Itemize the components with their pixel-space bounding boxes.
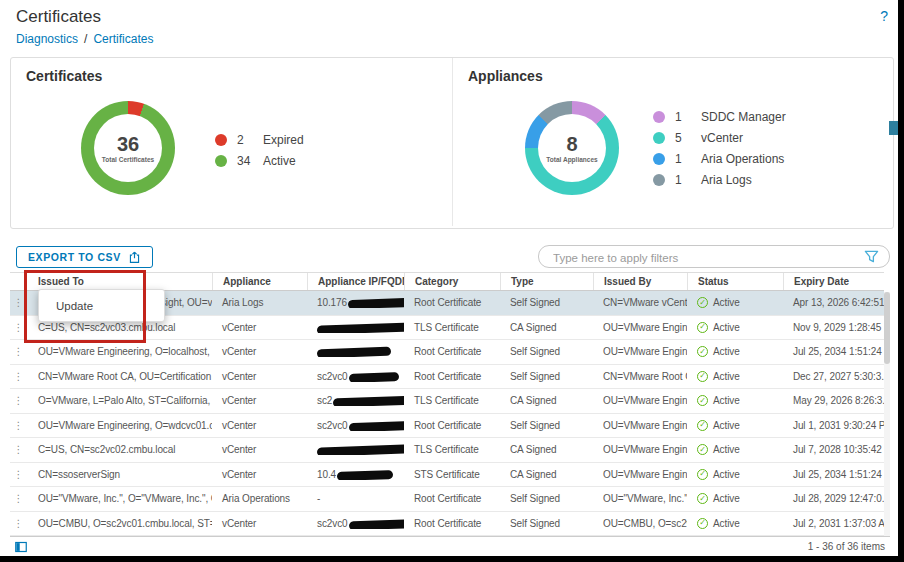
- scrollbar-thumb[interactable]: [884, 292, 890, 364]
- column-header-category[interactable]: Category: [404, 273, 500, 290]
- cell-appliance-ip: 10.4: [307, 469, 404, 480]
- table-row[interactable]: ⋮CN=ssoserverSignvCenter10.4STS Certific…: [10, 463, 884, 488]
- cell-appliance: vCenter: [212, 420, 307, 431]
- column-header-appliance[interactable]: Appliance: [212, 273, 307, 290]
- window-bottom-border: [0, 556, 904, 562]
- redaction-mark: [348, 420, 404, 430]
- cell-appliance-ip: [307, 322, 404, 333]
- row-actions-button[interactable]: ⋮: [10, 297, 28, 308]
- cell-category: Root Certificate: [404, 297, 500, 308]
- status-label: Active: [713, 346, 740, 357]
- legend-item-sddc-manager: 1 SDDC Manager: [653, 106, 786, 127]
- cell-appliance: vCenter: [212, 469, 307, 480]
- cell-issued-to: O=VMware, L=Palo Alto, ST=California, C=…: [28, 395, 212, 406]
- help-icon[interactable]: ?: [880, 8, 888, 24]
- row-actions-button[interactable]: ⋮: [10, 444, 28, 455]
- expired-dot: [215, 134, 227, 146]
- legend-item-expired: 2 Expired: [215, 129, 304, 150]
- cell-appliance: Aria Logs: [212, 297, 307, 308]
- table-row[interactable]: ⋮OU=CMBU, O=sc2vc01.cmbu.local, ST=Calif…: [10, 512, 884, 537]
- column-header-status[interactable]: Status: [687, 273, 783, 290]
- row-actions-button[interactable]: ⋮: [10, 371, 28, 382]
- table-scrollbar[interactable]: [884, 292, 890, 536]
- status-label: Active: [713, 395, 740, 406]
- status-active-icon: ✓: [697, 493, 708, 504]
- sddc-manager-dot: [653, 111, 665, 123]
- breadcrumb-link-diagnostics[interactable]: Diagnostics: [16, 32, 78, 46]
- table-row[interactable]: ⋮OU=VMware Engineering, O=wdcvc01.cmbu..…: [10, 414, 884, 439]
- table-row[interactable]: ⋮O=VMware, L=Palo Alto, ST=California, C…: [10, 389, 884, 414]
- cell-type: Self Signed: [500, 371, 593, 382]
- cell-appliance: vCenter: [212, 444, 307, 455]
- row-context-menu: Update: [38, 289, 165, 322]
- table-row[interactable]: ⋮C=US, CN=sc2vc02.cmbu.localvCenterTLS C…: [10, 438, 884, 463]
- table-row[interactable]: ⋮OU="VMware, Inc.", O="VMware, Inc.", CN…: [10, 487, 884, 512]
- row-actions-button[interactable]: ⋮: [10, 322, 28, 333]
- active-dot: [215, 155, 227, 167]
- row-actions-button[interactable]: ⋮: [10, 493, 28, 504]
- edge-marker: [889, 121, 898, 135]
- status-active-icon: ✓: [697, 297, 708, 308]
- cell-issued-to: OU="VMware, Inc.", O="VMware, Inc.", CN=…: [28, 493, 212, 504]
- cell-type: CA Signed: [500, 444, 593, 455]
- cell-status: ✓Active: [687, 297, 783, 308]
- status-active-icon: ✓: [697, 420, 708, 431]
- redaction-mark: [317, 322, 404, 333]
- table-footer: 1 - 36 of 36 items: [10, 536, 890, 556]
- appliances-donut-center: 8 Total Appliances: [538, 114, 606, 182]
- cell-type: Self Signed: [500, 493, 593, 504]
- row-actions-button[interactable]: ⋮: [10, 346, 28, 357]
- column-header-issued-by[interactable]: Issued By: [593, 273, 687, 290]
- column-header-appliance-ip[interactable]: Appliance IP/FQDN: [307, 273, 404, 290]
- redaction-mark: [348, 372, 398, 382]
- row-actions-button[interactable]: ⋮: [10, 469, 28, 480]
- legend-item-aria-operations: 1 Aria Operations: [653, 148, 786, 169]
- cell-issued-to: OU=VMware Engineering, O=localhost, ST=C…: [28, 346, 212, 357]
- breadcrumb-link-certificates[interactable]: Certificates: [93, 32, 153, 46]
- export-to-csv-button[interactable]: EXPORT TO CSV: [16, 246, 153, 268]
- update-menu-item[interactable]: Update: [39, 300, 164, 312]
- cell-category: TLS Certificate: [404, 395, 500, 406]
- column-header-issued-to[interactable]: Issued To: [28, 273, 212, 290]
- cell-category: Root Certificate: [404, 371, 500, 382]
- certificates-legend: 2 Expired 34 Active: [215, 129, 304, 171]
- cell-issued-to: CN=ssoserverSign: [28, 469, 212, 480]
- cell-expiry-date: Apr 13, 2026 6:42:51 ...: [783, 297, 884, 308]
- cell-issued-by: OU=VMware Engine...: [593, 469, 687, 480]
- aria-logs-dot: [653, 174, 665, 186]
- cell-issued-by: OU=VMware Engine...: [593, 322, 687, 333]
- ip-fragment: 10.4: [317, 469, 336, 480]
- status-active-icon: ✓: [697, 395, 708, 406]
- filter-icon[interactable]: [864, 249, 879, 268]
- cell-expiry-date: Jul 28, 2029 12:47:0...: [783, 493, 884, 504]
- table-row[interactable]: ⋮CN=VMware Root CA, OU=Certification Aut…: [10, 365, 884, 390]
- cell-expiry-date: Jul 25, 2034 1:51:24 ...: [783, 346, 884, 357]
- ip-fragment: -: [317, 493, 320, 504]
- card-divider: [452, 58, 453, 226]
- cell-status: ✓Active: [687, 395, 783, 406]
- cell-issued-to: OU=CMBU, O=sc2vc01.cmbu.local, ST=Califo…: [28, 518, 212, 529]
- column-settings-button[interactable]: [15, 541, 27, 553]
- aria-logs-label: Aria Logs: [701, 173, 752, 187]
- cell-status: ✓Active: [687, 346, 783, 357]
- ip-fragment: sc2vc0: [317, 420, 348, 431]
- row-actions-button[interactable]: ⋮: [10, 518, 28, 529]
- cell-appliance-ip: sc2: [307, 395, 404, 406]
- status-active-icon: ✓: [697, 322, 708, 333]
- ip-fragment: sc2vc0: [317, 371, 348, 382]
- cell-status: ✓Active: [687, 371, 783, 382]
- row-actions-button[interactable]: ⋮: [10, 395, 28, 406]
- column-header-expiry-date[interactable]: Expiry Date: [783, 273, 884, 290]
- cell-issued-to: C=US, CN=sc2vc03.cmbu.local: [28, 322, 212, 333]
- row-actions-button[interactable]: ⋮: [10, 420, 28, 431]
- filter-input[interactable]: [551, 247, 855, 268]
- status-label: Active: [713, 297, 740, 308]
- filter-bar: [538, 245, 890, 268]
- active-count: 34: [237, 154, 259, 168]
- table-row[interactable]: ⋮OU=VMware Engineering, O=localhost, ST=…: [10, 340, 884, 365]
- appliances-chart-title: Appliances: [468, 68, 543, 84]
- cell-category: Root Certificate: [404, 420, 500, 431]
- cell-issued-by: OU=VMware Engine...: [593, 395, 687, 406]
- status-label: Active: [713, 444, 740, 455]
- column-header-type[interactable]: Type: [500, 273, 593, 290]
